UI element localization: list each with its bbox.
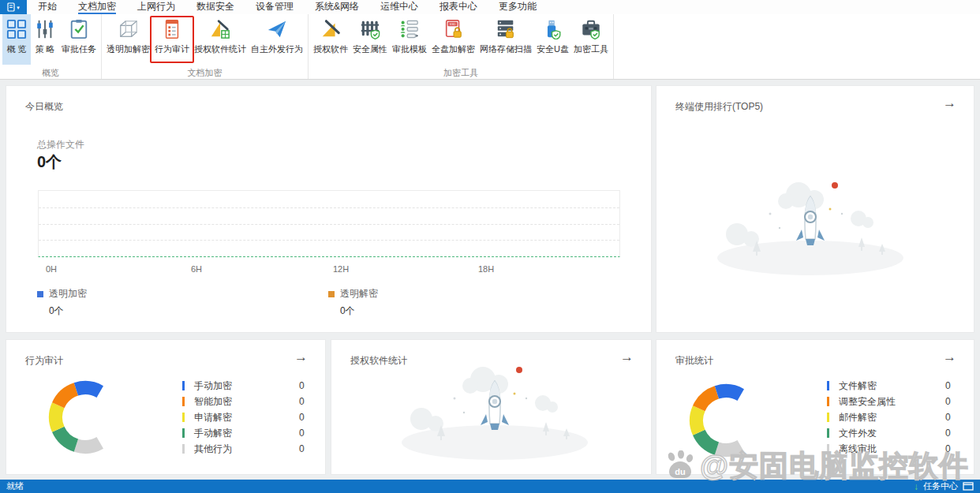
- window-icon[interactable]: [963, 482, 974, 491]
- legend-value: 0: [299, 443, 305, 454]
- app-logo[interactable]: ▾: [0, 0, 27, 14]
- tab-ops-center[interactable]: 运维中心: [380, 0, 418, 14]
- legend-label: 透明解密: [340, 287, 378, 301]
- ribbon-label: 透明加解密: [107, 43, 150, 55]
- hourly-chart: [38, 190, 620, 257]
- ribbon-label: 加密工具: [574, 43, 608, 55]
- legend-item: 透明加密 0个: [37, 287, 87, 318]
- dashboard: 今日概览 总操作文件 0个 0H 6H 12H 18H 透明加密 0个 透明解密…: [0, 80, 980, 480]
- tab-doc-encryption[interactable]: 文档加密: [78, 0, 116, 14]
- ribbon-button-software-stats[interactable]: 授权软件统计: [192, 14, 249, 65]
- ribbon-label: 网络存储扫描: [480, 43, 532, 55]
- legend-value: 0: [945, 396, 951, 407]
- download-arrow-icon: ↓: [914, 481, 918, 492]
- card-licensed-software-stats: 授权软件统计 →: [331, 339, 652, 475]
- ruler-pencil-grid-icon: [208, 17, 232, 41]
- document-icon: [7, 2, 15, 12]
- fence-shield-icon: [358, 17, 382, 41]
- legend-value: 0: [945, 380, 951, 391]
- ribbon-button-approval-tasks[interactable]: 审批任务: [59, 14, 99, 65]
- tab-system-network[interactable]: 系统&网络: [315, 0, 359, 14]
- donut-legend: 手动加密 智能加密 申请解密 手动解密 其他行为: [182, 340, 309, 474]
- clipboard-check-icon: [67, 17, 91, 41]
- svg-text:SSD: SSD: [449, 22, 455, 26]
- card-approval-stats: 审批统计 → 文件解密 调整安全属性 邮件解密 文件外发 离线审批 0 0 0 …: [656, 339, 974, 475]
- approval-stats-donut-chart: [686, 381, 765, 460]
- legend-value: 0: [299, 428, 305, 439]
- arrow-icon[interactable]: →: [943, 95, 956, 111]
- legend-value: 0: [299, 412, 305, 423]
- audit-list-icon: [160, 17, 184, 41]
- ribbon-toolbar: 概 览 策 略: [0, 14, 980, 80]
- tab-data-security[interactable]: 数据安全: [196, 0, 234, 14]
- empty-state-rocket-illustration: [704, 173, 917, 283]
- metric-value: 0个: [37, 151, 62, 173]
- tab-device-mgmt[interactable]: 设备管理: [256, 0, 294, 14]
- ribbon-button-behavior-audit[interactable]: 行为审计: [152, 14, 192, 65]
- ribbon-group-doc-encryption: 透明加解密 行为审计: [102, 14, 309, 79]
- ribbon-label: 自主外发行为: [251, 43, 303, 55]
- metric-label: 总操作文件: [37, 138, 84, 151]
- tab-more[interactable]: 更多功能: [499, 0, 537, 14]
- legend-value: 0: [945, 412, 951, 423]
- paper-plane-icon: [265, 17, 289, 41]
- ribbon-button-transparent-crypt[interactable]: 透明加解密: [104, 14, 152, 65]
- menu-bar: ▾ 开始 文档加密 上网行为 数据安全 设备管理 系统&网络 运维中心 报表中心…: [0, 0, 980, 14]
- ribbon-button-secure-usb[interactable]: 安全U盘: [534, 14, 571, 65]
- status-bar: 就绪 ↓ 任务中心: [0, 480, 980, 493]
- ribbon-label: 授权软件: [313, 43, 348, 55]
- legend-value: 0: [945, 428, 951, 439]
- ribbon-label: 安全属性: [353, 43, 387, 55]
- ribbon-group-label: 加密工具: [311, 65, 611, 80]
- tab-web-behavior[interactable]: 上网行为: [137, 0, 175, 14]
- task-center-button[interactable]: 任务中心: [923, 480, 958, 492]
- ribbon-button-fulldisk-crypt[interactable]: SSD 全盘加解密: [429, 14, 477, 65]
- ribbon-group-label: 概览: [2, 65, 99, 80]
- legend-swatch: [328, 291, 335, 297]
- ribbon-label: 概 览: [6, 43, 26, 55]
- ribbon-button-outgoing-behavior[interactable]: 自主外发行为: [249, 14, 305, 65]
- ribbon-button-overview[interactable]: 概 览: [2, 14, 31, 65]
- overview-grid-icon: [5, 17, 28, 41]
- card-behavior-audit: 行为审计 → 手动加密 智能加密 申请解密 手动解密 其他行为 0 0 0 0 …: [6, 339, 326, 475]
- ribbon-group-overview: 概 览 策 略: [0, 14, 102, 79]
- tab-report-center[interactable]: 报表中心: [440, 0, 477, 14]
- legend-value: 0: [945, 443, 951, 454]
- ribbon-label: 行为审计: [155, 43, 189, 55]
- legend-value: 0个: [49, 304, 87, 318]
- legend-label: 手动解密: [194, 427, 232, 440]
- card-terminal-rank: 终端使用排行(TOP5) →: [656, 85, 974, 333]
- empty-state-rocket-illustration: [388, 357, 601, 468]
- donut-legend: 文件解密 调整安全属性 邮件解密 文件外发 离线审批: [827, 340, 953, 474]
- ribbon-button-crypto-tools[interactable]: 加密工具: [571, 14, 611, 65]
- card-title: 今日概览: [25, 100, 63, 114]
- x-tick: 6H: [191, 264, 202, 274]
- setsquare-pencil-icon: [319, 17, 342, 41]
- legend-swatch: [37, 291, 43, 297]
- briefcase-shield-icon: [579, 17, 603, 41]
- legend-item: 透明解密 0个: [328, 287, 378, 318]
- arrow-icon[interactable]: →: [620, 349, 634, 365]
- legend-label: 文件解密: [839, 379, 877, 393]
- ribbon-label: 全盘加解密: [432, 43, 475, 55]
- legend-label: 智能加密: [194, 395, 232, 409]
- legend-value: 0个: [340, 304, 378, 318]
- legend-label: 文件外发: [839, 427, 877, 440]
- ribbon-button-network-scan[interactable]: 网络存储扫描: [477, 14, 534, 65]
- ribbon-button-security-attributes[interactable]: 安全属性: [350, 14, 390, 65]
- status-text: 就绪: [6, 480, 24, 492]
- ribbon-button-approval-template[interactable]: 审批模板: [390, 14, 429, 65]
- legend-label: 调整安全属性: [839, 395, 896, 409]
- legend-label: 邮件解密: [839, 411, 877, 424]
- ribbon-button-policy[interactable]: 策 略: [31, 14, 59, 65]
- legend-value: 0: [299, 396, 305, 407]
- legend-value: 0: [299, 380, 305, 391]
- ribbon-label: 审批模板: [392, 43, 427, 55]
- cube-icon: [117, 17, 140, 41]
- ribbon-button-licensed-software[interactable]: 授权软件: [311, 14, 350, 65]
- ssd-lock-icon: SSD: [442, 17, 466, 41]
- legend-label: 申请解密: [194, 411, 232, 424]
- legend-label: 透明加密: [49, 287, 87, 301]
- tab-start[interactable]: 开始: [38, 0, 57, 14]
- usb-shield-icon: [540, 17, 564, 41]
